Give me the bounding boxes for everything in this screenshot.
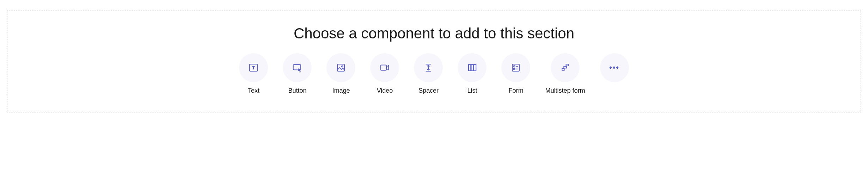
component-image-label: Image: [332, 87, 350, 94]
text-icon: [248, 62, 259, 73]
svg-rect-14: [514, 68, 515, 70]
component-more[interactable]: •••: [600, 53, 629, 94]
svg-rect-10: [474, 64, 476, 71]
svg-rect-4: [381, 65, 386, 70]
multistep-form-icon-circle: [551, 53, 580, 82]
component-multistep-form-label: Multistep form: [545, 87, 585, 94]
section-title: Choose a component to add to this sectio…: [18, 25, 850, 42]
component-spacer-label: Spacer: [418, 87, 439, 94]
svg-point-3: [342, 66, 343, 67]
spacer-icon: [423, 62, 434, 73]
spacer-icon-circle: [414, 53, 443, 82]
component-video[interactable]: Video: [370, 53, 399, 94]
component-list-label: List: [467, 87, 477, 94]
image-icon: [336, 62, 346, 73]
svg-rect-12: [514, 66, 515, 67]
component-button[interactable]: Button: [283, 53, 312, 94]
component-form[interactable]: Form: [501, 53, 530, 94]
component-multistep-form[interactable]: Multistep form: [545, 53, 585, 94]
svg-rect-11: [512, 64, 519, 71]
svg-rect-2: [337, 64, 344, 71]
video-icon-circle: [370, 53, 399, 82]
component-button-label: Button: [288, 87, 306, 94]
list-icon-circle: [458, 53, 487, 82]
list-icon: [467, 62, 477, 73]
video-icon: [379, 62, 390, 73]
svg-rect-1: [293, 64, 301, 70]
button-icon: [292, 62, 302, 73]
more-icon-circle: •••: [600, 53, 629, 82]
image-icon-circle: [326, 53, 355, 82]
component-form-label: Form: [508, 87, 523, 94]
multistep-form-icon: [560, 62, 570, 73]
component-text[interactable]: Text: [239, 53, 268, 94]
component-video-label: Video: [377, 87, 393, 94]
svg-rect-9: [471, 64, 473, 71]
svg-rect-8: [469, 64, 471, 71]
form-icon-circle: [501, 53, 530, 82]
component-spacer[interactable]: Spacer: [414, 53, 443, 94]
component-list[interactable]: List: [458, 53, 487, 94]
text-icon-circle: [239, 53, 268, 82]
component-text-label: Text: [248, 87, 259, 94]
component-image[interactable]: Image: [326, 53, 355, 94]
more-icon: •••: [609, 63, 619, 72]
form-icon: [511, 62, 521, 73]
button-icon-circle: [283, 53, 312, 82]
add-component-section: Choose a component to add to this sectio…: [7, 11, 861, 112]
component-options-row: Text Button Image: [18, 53, 850, 94]
